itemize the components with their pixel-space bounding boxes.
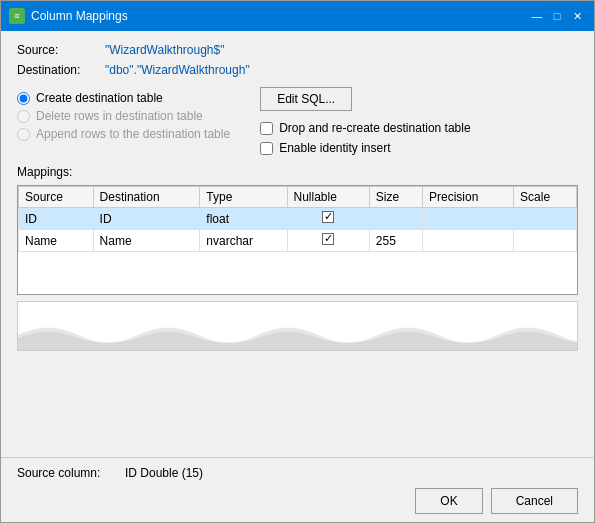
col-header-destination: Destination	[93, 187, 200, 208]
table-cell: nvarchar	[200, 230, 287, 252]
create-destination-option[interactable]: Create destination table	[17, 91, 230, 105]
radio-group: Create destination table Delete rows in …	[17, 91, 230, 141]
title-bar: ≡ Column Mappings — □ ✕	[1, 1, 594, 31]
title-bar-left: ≡ Column Mappings	[9, 8, 128, 24]
table-cell: ID	[19, 208, 94, 230]
table-cell: ID	[93, 208, 200, 230]
maximize-button[interactable]: □	[548, 7, 566, 25]
col-header-nullable: Nullable	[287, 187, 369, 208]
bottom-section: Source column: ID Double (15) OK Cancel	[1, 457, 594, 522]
enable-identity-label: Enable identity insert	[279, 141, 390, 155]
table-cell: 255	[369, 230, 422, 252]
table-cell	[369, 208, 422, 230]
table-cell	[422, 230, 513, 252]
table-cell	[422, 208, 513, 230]
options-section: Create destination table Delete rows in …	[17, 87, 578, 155]
edit-sql-button[interactable]: Edit SQL...	[260, 87, 352, 111]
source-label: Source:	[17, 43, 97, 57]
table-cell: float	[200, 208, 287, 230]
table-header-row: Source Destination Type Nullable Size Pr…	[19, 187, 577, 208]
drop-recreate-label: Drop and re-create destination table	[279, 121, 470, 135]
col-header-source: Source	[19, 187, 94, 208]
title-bar-controls: — □ ✕	[528, 7, 586, 25]
enable-identity-checkbox[interactable]	[260, 142, 273, 155]
source-column-value: ID Double (15)	[125, 466, 203, 480]
column-mappings-window: ≡ Column Mappings — □ ✕ Source: "WizardW…	[0, 0, 595, 523]
append-rows-option[interactable]: Append rows to the destination table	[17, 127, 230, 141]
source-row: Source: "WizardWalkthrough$"	[17, 43, 578, 57]
table-cell	[287, 208, 369, 230]
table-cell	[287, 230, 369, 252]
mappings-table: Source Destination Type Nullable Size Pr…	[18, 186, 577, 252]
edit-sql-container: Edit SQL...	[260, 87, 470, 111]
delete-rows-radio[interactable]	[17, 110, 30, 123]
enable-identity-option[interactable]: Enable identity insert	[260, 141, 470, 155]
ok-button[interactable]: OK	[415, 488, 482, 514]
destination-row: Destination: "dbo"."WizardWalkthrough"	[17, 63, 578, 77]
table-cell	[514, 208, 577, 230]
wavy-svg	[18, 301, 578, 350]
append-rows-label: Append rows to the destination table	[36, 127, 230, 141]
table-row[interactable]: NameNamenvarchar255	[19, 230, 577, 252]
table-cell: Name	[19, 230, 94, 252]
table-row[interactable]: IDIDfloat	[19, 208, 577, 230]
right-options: Edit SQL... Drop and re-create destinati…	[260, 87, 470, 155]
create-destination-label: Create destination table	[36, 91, 163, 105]
mappings-label: Mappings:	[17, 165, 578, 179]
minimize-button[interactable]: —	[528, 7, 546, 25]
col-header-scale: Scale	[514, 187, 577, 208]
col-header-precision: Precision	[422, 187, 513, 208]
drop-recreate-option[interactable]: Drop and re-create destination table	[260, 121, 470, 135]
source-column-row: Source column: ID Double (15)	[17, 466, 578, 480]
destination-value: "dbo"."WizardWalkthrough"	[105, 63, 250, 77]
delete-rows-option[interactable]: Delete rows in destination table	[17, 109, 230, 123]
table-cell: Name	[93, 230, 200, 252]
drop-recreate-checkbox[interactable]	[260, 122, 273, 135]
scroll-preview-area	[17, 301, 578, 351]
cancel-button[interactable]: Cancel	[491, 488, 578, 514]
col-header-size: Size	[369, 187, 422, 208]
source-column-label: Source column:	[17, 466, 117, 480]
create-destination-radio[interactable]	[17, 92, 30, 105]
delete-rows-label: Delete rows in destination table	[36, 109, 203, 123]
mappings-table-container[interactable]: Source Destination Type Nullable Size Pr…	[17, 185, 578, 295]
source-value: "WizardWalkthrough$"	[105, 43, 224, 57]
button-row: OK Cancel	[17, 488, 578, 514]
append-rows-radio[interactable]	[17, 128, 30, 141]
main-content: Source: "WizardWalkthrough$" Destination…	[1, 31, 594, 457]
window-icon: ≡	[9, 8, 25, 24]
destination-label: Destination:	[17, 63, 97, 77]
col-header-type: Type	[200, 187, 287, 208]
close-button[interactable]: ✕	[568, 7, 586, 25]
window-title: Column Mappings	[31, 9, 128, 23]
table-cell	[514, 230, 577, 252]
